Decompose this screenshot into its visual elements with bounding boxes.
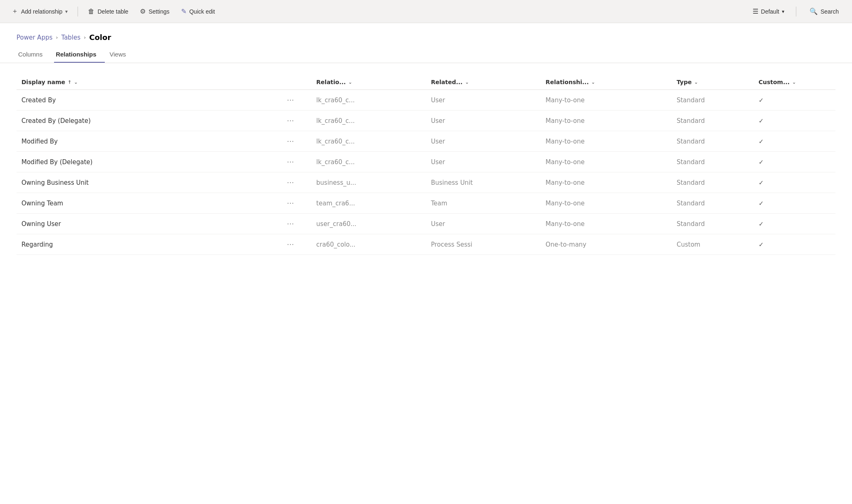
cell-type: Standard [672, 111, 754, 131]
cell-row-menu[interactable]: ··· [278, 131, 311, 152]
table-row: Modified By (Delegate) ··· lk_cra60_c...… [17, 152, 835, 172]
col-header-menu [278, 75, 311, 90]
tab-columns[interactable]: Columns [17, 47, 51, 63]
col-header-type[interactable]: Type ⌄ [672, 75, 754, 90]
toolbar-separator-1 [78, 7, 78, 16]
row-context-menu-icon[interactable]: ··· [283, 177, 297, 188]
cell-relationship: Many-to-one [540, 172, 672, 193]
cell-type: Standard [672, 90, 754, 111]
pencil-icon: ✎ [181, 7, 186, 15]
cell-display-name: Owning User [17, 214, 278, 234]
row-context-menu-icon[interactable]: ··· [283, 157, 297, 167]
table-row: Owning User ··· user_cra60... User Many-… [17, 214, 835, 234]
cell-type: Standard [672, 131, 754, 152]
cell-related: Process Sessi [426, 234, 540, 255]
cell-type: Standard [672, 214, 754, 234]
col-type-chevron-icon: ⌄ [694, 80, 698, 85]
cell-type: Custom [672, 234, 754, 255]
settings-button[interactable]: ⚙ Settings [135, 5, 175, 18]
cell-row-menu[interactable]: ··· [278, 152, 311, 172]
cell-relationship: Many-to-one [540, 214, 672, 234]
breadcrumb: Power Apps › Tables › Color [0, 23, 852, 47]
col-relation-chevron-icon: ⌄ [348, 80, 352, 85]
cell-custom: ✓ [753, 214, 835, 234]
tab-views[interactable]: Views [108, 47, 135, 63]
quick-edit-label: Quick edit [189, 8, 215, 15]
relationships-table: Display name ↑ ⌄ Relatio... ⌄ Related... [17, 75, 835, 255]
plus-icon: ＋ [12, 7, 18, 16]
cell-relation: lk_cra60_c... [312, 90, 426, 111]
cell-custom: ✓ [753, 131, 835, 152]
row-context-menu-icon[interactable]: ··· [283, 136, 297, 146]
search-button[interactable]: 🔍 Search [803, 5, 845, 18]
cell-display-name: Modified By (Delegate) [17, 152, 278, 172]
default-view-button[interactable]: ☰ Default ▾ [748, 5, 789, 18]
cell-display-name: Owning Team [17, 193, 278, 214]
delete-table-label: Delete table [97, 8, 128, 15]
cell-relation: cra60_colo... [312, 234, 426, 255]
breadcrumb-current: Color [89, 33, 111, 42]
table-row: Owning Team ··· team_cra6... Team Many-t… [17, 193, 835, 214]
row-context-menu-icon[interactable]: ··· [283, 115, 297, 126]
checkmark-icon: ✓ [758, 97, 764, 104]
add-relationship-button[interactable]: ＋ Add relationship ▾ [7, 5, 73, 18]
checkmark-icon: ✓ [758, 138, 764, 145]
cell-row-menu[interactable]: ··· [278, 214, 311, 234]
row-context-menu-icon[interactable]: ··· [283, 95, 297, 105]
checkmark-icon: ✓ [758, 200, 764, 207]
cell-related: User [426, 214, 540, 234]
col-relship-chevron-icon: ⌄ [591, 80, 595, 85]
cell-row-menu[interactable]: ··· [278, 111, 311, 131]
cell-type: Standard [672, 193, 754, 214]
cell-custom: ✓ [753, 90, 835, 111]
quick-edit-button[interactable]: ✎ Quick edit [176, 5, 220, 18]
table-row: Owning Business Unit ··· business_u... B… [17, 172, 835, 193]
add-relationship-label: Add relationship [21, 8, 62, 15]
col-header-display-name[interactable]: Display name ↑ ⌄ [17, 75, 278, 90]
checkmark-icon: ✓ [758, 158, 764, 166]
settings-label: Settings [149, 8, 170, 15]
search-label: Search [821, 8, 839, 15]
breadcrumb-sep-2: › [84, 34, 86, 40]
cell-display-name: Modified By [17, 131, 278, 152]
cell-row-menu[interactable]: ··· [278, 234, 311, 255]
row-context-menu-icon[interactable]: ··· [283, 239, 297, 250]
col-header-custom[interactable]: Custom... ⌄ [753, 75, 835, 90]
table-header-row: Display name ↑ ⌄ Relatio... ⌄ Related... [17, 75, 835, 90]
table-row: Created By (Delegate) ··· lk_cra60_c... … [17, 111, 835, 131]
tabs: Columns Relationships Views [0, 47, 852, 63]
cell-custom: ✓ [753, 193, 835, 214]
cell-row-menu[interactable]: ··· [278, 90, 311, 111]
col-header-related[interactable]: Related... ⌄ [426, 75, 540, 90]
cell-row-menu[interactable]: ··· [278, 172, 311, 193]
table-row: Modified By ··· lk_cra60_c... User Many-… [17, 131, 835, 152]
row-context-menu-icon[interactable]: ··· [283, 198, 297, 208]
cell-related: User [426, 111, 540, 131]
table-row: Created By ··· lk_cra60_c... User Many-t… [17, 90, 835, 111]
table-container: Display name ↑ ⌄ Relatio... ⌄ Related... [0, 75, 852, 255]
cell-custom: ✓ [753, 152, 835, 172]
delete-table-button[interactable]: 🗑 Delete table [83, 5, 133, 18]
toolbar: ＋ Add relationship ▾ 🗑 Delete table ⚙ Se… [0, 0, 852, 23]
cell-relation: user_cra60... [312, 214, 426, 234]
cell-relation: business_u... [312, 172, 426, 193]
col-custom-chevron-icon: ⌄ [792, 80, 796, 85]
col-header-relation[interactable]: Relatio... ⌄ [312, 75, 426, 90]
breadcrumb-tables[interactable]: Tables [61, 34, 80, 41]
checkmark-icon: ✓ [758, 241, 764, 248]
hamburger-icon: ☰ [753, 7, 758, 15]
cell-row-menu[interactable]: ··· [278, 193, 311, 214]
checkmark-icon: ✓ [758, 179, 764, 186]
tab-relationships[interactable]: Relationships [54, 47, 104, 63]
cell-relationship: Many-to-one [540, 152, 672, 172]
cell-relationship: Many-to-one [540, 90, 672, 111]
row-context-menu-icon[interactable]: ··· [283, 219, 297, 229]
cell-display-name: Created By [17, 90, 278, 111]
col-header-relationship[interactable]: Relationshi... ⌄ [540, 75, 672, 90]
cell-relationship: One-to-many [540, 234, 672, 255]
breadcrumb-power-apps[interactable]: Power Apps [17, 34, 52, 41]
search-icon: 🔍 [810, 7, 818, 15]
cell-relation: team_cra6... [312, 193, 426, 214]
cell-relation: lk_cra60_c... [312, 152, 426, 172]
cell-relationship: Many-to-one [540, 131, 672, 152]
